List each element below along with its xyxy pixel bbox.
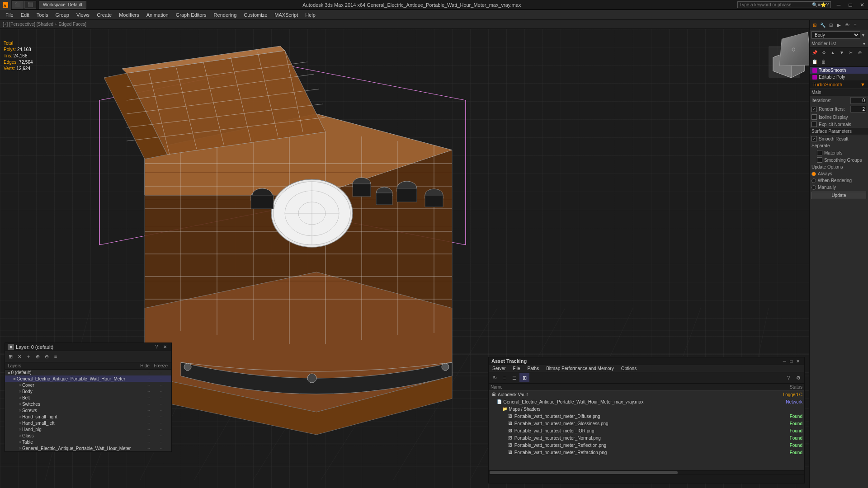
asset-detail-view-button[interactable]: ☰ xyxy=(509,373,519,382)
asset-row-4[interactable]: 🖼 Portable_watt_hourtest_meter_Glossines… xyxy=(489,420,804,427)
render-iters-input[interactable] xyxy=(850,106,866,113)
layer-hide-toggle[interactable]: ··· xyxy=(142,421,155,425)
layer-item-6[interactable]: ○ Screws ··· ··· xyxy=(5,407,171,413)
layer-hide-toggle[interactable]: ··· xyxy=(142,371,155,375)
layer-hide-toggle[interactable]: ··· xyxy=(142,376,155,381)
layer-freeze-toggle[interactable]: ··· xyxy=(155,395,169,400)
asset-row-5[interactable]: 🖼 Portable_watt_hourtest_meter_IOR.png F… xyxy=(489,427,804,434)
workspace-button[interactable]: Workspace: Default xyxy=(39,1,86,9)
asset-row-1[interactable]: 📄 General_Electric_Antique_Portable_Watt… xyxy=(489,398,804,405)
asset-menu-server[interactable]: Server xyxy=(489,365,509,372)
layer-hide-toggle[interactable]: ··· xyxy=(142,414,155,419)
maximize-button[interactable]: □ xyxy=(844,0,856,10)
asset-row-2[interactable]: 📁 Maps / Shaders xyxy=(489,405,804,413)
layer-add-button[interactable]: ⊞ xyxy=(6,352,15,361)
layer-item-0[interactable]: ■ 0 (default) ··· ··· xyxy=(5,370,171,375)
minimize-button[interactable]: ─ xyxy=(833,0,844,10)
layer-delete-button[interactable]: ✕ xyxy=(15,352,24,361)
render-iters-checkbox[interactable] xyxy=(811,107,817,112)
layer-unlink-button[interactable]: ⊖ xyxy=(42,352,51,361)
layer-item-1[interactable]: ■ General_Electric_Antique_Portable_Watt… xyxy=(5,375,171,382)
menu-item-animation[interactable]: Animation xyxy=(143,11,172,19)
layer-hide-toggle[interactable]: ··· xyxy=(142,440,155,444)
toolbar-up-icon[interactable]: ▲ xyxy=(828,48,837,57)
layer-hide-toggle[interactable]: ··· xyxy=(142,395,155,400)
panel-icon-utilities[interactable]: ≡ xyxy=(851,21,859,29)
menu-item-modifiers[interactable]: Modifiers xyxy=(115,11,143,19)
layer-item-11[interactable]: ○ Table ··· ··· xyxy=(5,439,171,445)
layer-panel-close-button[interactable]: ✕ xyxy=(161,344,169,349)
explicit-checkbox[interactable] xyxy=(811,122,817,127)
panel-icon-hierarchy[interactable]: ⊟ xyxy=(827,21,835,29)
tab-1[interactable]: ⬛ xyxy=(12,1,24,9)
update-button[interactable]: Update xyxy=(811,192,866,199)
layer-panel-help-button[interactable]: ? xyxy=(153,344,160,349)
manually-radio[interactable] xyxy=(811,185,816,190)
layer-item-4[interactable]: ○ Belt ··· ··· xyxy=(5,394,171,401)
menu-item-group[interactable]: Group xyxy=(52,11,73,19)
layer-hide-toggle[interactable]: ··· xyxy=(142,383,155,387)
asset-options-button[interactable]: ⚙ xyxy=(793,373,803,382)
materials-checkbox[interactable] xyxy=(817,150,822,155)
layer-hide-toggle[interactable]: ··· xyxy=(142,427,155,432)
asset-panel-minimize[interactable]: ─ xyxy=(781,359,788,364)
toolbar-pin-icon[interactable]: 📌 xyxy=(810,48,819,57)
asset-menu-file[interactable]: File xyxy=(509,365,524,372)
menu-item-help[interactable]: Help xyxy=(302,11,319,19)
menu-item-views[interactable]: Views xyxy=(73,11,93,19)
toolbar-cut-icon[interactable]: ✂ xyxy=(846,48,855,57)
layer-freeze-toggle[interactable]: ··· xyxy=(155,371,169,375)
layer-freeze-toggle[interactable]: ··· xyxy=(155,440,169,444)
asset-row-8[interactable]: 🖼 Portable_watt_hourtest_meter_Refractio… xyxy=(489,449,804,456)
viewport-gizmo[interactable]: ⬡ xyxy=(778,33,805,61)
layer-hide-toggle[interactable]: ··· xyxy=(142,446,155,450)
asset-row-3[interactable]: 🖼 Portable_watt_hourtest_meter_Diffuse.p… xyxy=(489,413,804,420)
layer-item-8[interactable]: ○ Hand_small_left ··· ··· xyxy=(5,420,171,426)
asset-help-button[interactable]: ? xyxy=(783,373,793,382)
menu-item-graph-editors[interactable]: Graph Editors xyxy=(172,11,210,19)
layer-item-5[interactable]: ○ Switches ··· ··· xyxy=(5,401,171,407)
modifier-item-1[interactable]: Editable Poly xyxy=(810,74,868,80)
asset-row-7[interactable]: 🖼 Portable_watt_hourtest_meter_Reflectio… xyxy=(489,441,804,449)
panel-icon-modify[interactable]: 🔧 xyxy=(819,21,827,29)
layer-link-button[interactable]: ⊕ xyxy=(33,352,42,361)
close-button[interactable]: ✕ xyxy=(856,0,868,10)
asset-menu-paths[interactable]: Paths xyxy=(524,365,543,372)
when-rendering-radio[interactable] xyxy=(811,178,816,183)
asset-refresh-button[interactable]: ↻ xyxy=(490,373,500,382)
smooth-result-checkbox[interactable] xyxy=(811,136,817,141)
layer-hide-toggle[interactable]: ··· xyxy=(142,433,155,438)
toolbar-delete-icon[interactable]: 🗑 xyxy=(819,57,828,66)
turbosmooth-expand-icon[interactable]: ▼ xyxy=(860,82,865,87)
layer-freeze-toggle[interactable]: ··· xyxy=(155,414,169,419)
always-radio[interactable] xyxy=(811,172,816,176)
menu-item-file[interactable]: File xyxy=(2,11,17,19)
layer-freeze-toggle[interactable]: ··· xyxy=(155,402,169,406)
asset-row-6[interactable]: 🖼 Portable_watt_hourtest_meter_Normal.pn… xyxy=(489,434,804,441)
menu-item-create[interactable]: Create xyxy=(93,11,115,19)
layer-hide-toggle[interactable]: ··· xyxy=(142,402,155,406)
asset-scrollbar[interactable] xyxy=(489,470,804,474)
isoline-checkbox[interactable] xyxy=(811,114,817,120)
layer-new-button[interactable]: + xyxy=(24,352,33,361)
body-select[interactable]: Body xyxy=(811,31,860,39)
layer-item-7[interactable]: ○ Hand_small_right ··· ··· xyxy=(5,413,171,420)
layer-hide-toggle[interactable]: ··· xyxy=(142,408,155,413)
layer-item-3[interactable]: ○ Body ··· ··· xyxy=(5,388,171,394)
layer-item-9[interactable]: ○ Hand_big ··· ··· xyxy=(5,426,171,432)
toolbar-settings-icon[interactable]: ⚙ xyxy=(819,48,828,57)
menu-item-customize[interactable]: Customize xyxy=(240,11,271,19)
asset-row-0[interactable]: 🏛 Autodesk Vault Logged C xyxy=(489,391,804,398)
asset-panel-maximize[interactable]: □ xyxy=(788,359,794,364)
smoothing-groups-checkbox[interactable] xyxy=(817,157,822,163)
tab-2[interactable]: ⬛ xyxy=(24,1,36,9)
panel-icon-create[interactable]: ⊞ xyxy=(811,21,819,29)
layer-freeze-toggle[interactable]: ··· xyxy=(155,427,169,432)
asset-panel-close[interactable]: ✕ xyxy=(794,359,802,364)
asset-menu-options[interactable]: Options xyxy=(618,365,640,372)
layer-select-button[interactable]: ≡ xyxy=(51,352,60,361)
layer-hide-toggle[interactable]: ··· xyxy=(142,389,155,394)
menu-item-tools[interactable]: Tools xyxy=(33,11,52,19)
menu-item-maxscript[interactable]: MAXScript xyxy=(271,11,302,19)
layer-freeze-toggle[interactable]: ··· xyxy=(155,421,169,425)
